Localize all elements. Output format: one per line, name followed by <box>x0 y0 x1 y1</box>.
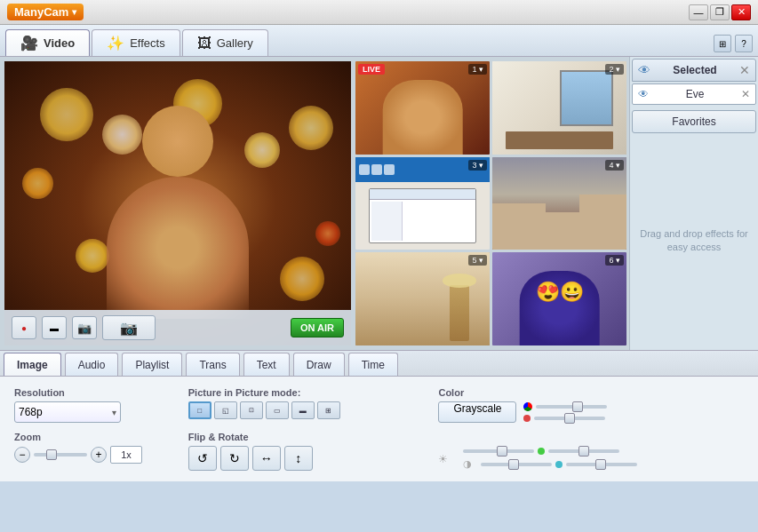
pause-button[interactable]: ▬ <box>42 316 67 339</box>
cam4-number: 4 ▾ <box>605 160 624 171</box>
camera-5-thumb[interactable]: 5 ▾ <box>355 252 490 345</box>
red-dot <box>523 415 531 422</box>
camera-1-thumb[interactable]: LIVE 1 ▾ <box>355 61 490 155</box>
pip-btn-1[interactable]: □ <box>188 401 211 419</box>
btab-image[interactable]: Image <box>4 353 61 376</box>
flip-horizontal-button[interactable]: ↔ <box>252 446 281 471</box>
main-area: ● ▬ 📷 📷 ON AIR LIVE 1 ▾ 2 ▾ <box>0 57 758 350</box>
btab-time[interactable]: Time <box>348 353 398 376</box>
cam1-live-badge: LIVE <box>358 64 385 75</box>
pip-btn-4[interactable]: ▭ <box>266 401 289 419</box>
tabbar-btn-2[interactable]: ? <box>735 35 753 52</box>
main-tabbar: 🎥 Video ✨ Effects 🖼 Gallery ⊞ ? <box>0 25 758 57</box>
eve-eye-icon: 👁 <box>638 88 649 100</box>
cam6-emoji: 😍😀 <box>536 281 584 304</box>
btab-text[interactable]: Text <box>243 353 290 376</box>
zoom-slider[interactable] <box>34 453 87 457</box>
app-logo[interactable]: ManyCam ▾ <box>7 4 84 20</box>
cyan-slider[interactable] <box>566 463 637 466</box>
grayscale-button[interactable]: Grayscale <box>438 401 516 423</box>
rgb-dot <box>523 402 532 411</box>
flip-vertical-button[interactable]: ↕ <box>284 446 313 471</box>
resolution-select[interactable]: 768p ▾ <box>14 401 121 423</box>
restore-button[interactable]: ❐ <box>710 4 730 20</box>
zoom-minus-button[interactable]: − <box>14 447 30 463</box>
brightness-slider[interactable] <box>463 449 534 453</box>
zoom-plus-button[interactable]: + <box>91 447 107 463</box>
contrast-slider[interactable] <box>481 463 552 466</box>
zoom-controls: − + 1x <box>14 446 167 464</box>
green-slider[interactable] <box>548 449 619 453</box>
resolution-dropdown-arrow: ▾ <box>112 408 116 417</box>
bokeh-overlay <box>4 61 351 310</box>
color-label: Color <box>438 387 744 398</box>
rgb-slider[interactable] <box>536 405 607 409</box>
camera-4-thumb[interactable]: 4 ▾ <box>492 157 626 250</box>
flip-label: Flip & Rotate <box>188 432 418 442</box>
rotate-right-button[interactable]: ↻ <box>220 446 249 471</box>
camera-3-thumb[interactable]: 3 ▾ <box>355 157 490 250</box>
tab-video[interactable]: 🎥 Video <box>5 29 90 56</box>
video-tab-icon: 🎥 <box>20 35 38 52</box>
btab-playlist[interactable]: Playlist <box>122 353 182 376</box>
tab-gallery[interactable]: 🖼 Gallery <box>182 29 268 56</box>
green-dot <box>538 448 545 455</box>
sidebar-eye-icon: 👁 <box>638 63 650 77</box>
gallery-tab-icon: 🖼 <box>197 36 211 52</box>
pip-btn-5[interactable]: ▬ <box>291 401 315 419</box>
video-preview: ● ▬ 📷 📷 ON AIR <box>4 61 351 345</box>
capture-button[interactable]: 📷 <box>102 315 156 340</box>
minimize-button[interactable]: — <box>689 4 708 20</box>
resolution-value: 768p <box>19 406 43 418</box>
btab-trans[interactable]: Trans <box>186 353 239 376</box>
close-button[interactable]: ✕ <box>731 4 751 20</box>
sidebar-eve-item[interactable]: 👁 Eve ✕ <box>632 83 756 105</box>
extra-slider-group: ◑ <box>463 448 637 470</box>
camera-2-thumb[interactable]: 2 ▾ <box>492 61 626 155</box>
tab-gallery-label: Gallery <box>217 36 253 50</box>
bottom-tabbar: Image Audio Playlist Trans Text Draw Tim… <box>0 350 758 377</box>
rotate-left-button[interactable]: ↺ <box>188 446 217 471</box>
camera-grid: LIVE 1 ▾ 2 ▾ <box>355 57 629 350</box>
pip-btn-6[interactable]: ⊞ <box>317 401 340 419</box>
cam5-number: 5 ▾ <box>468 255 487 266</box>
brightness-slider-item <box>463 448 637 455</box>
eve-label: Eve <box>686 88 705 100</box>
record-icon: ● <box>21 323 27 333</box>
color-col: Color Grayscale <box>438 387 744 423</box>
btab-draw[interactable]: Draw <box>293 353 345 376</box>
zoom-display: 1x <box>110 446 142 464</box>
pip-btn-3[interactable]: ⊡ <box>240 401 263 419</box>
tab-effects[interactable]: ✨ Effects <box>92 29 180 56</box>
onair-button[interactable]: ON AIR <box>291 318 344 337</box>
contrast-slider-item: ◑ <box>463 458 637 470</box>
settings-panel: Resolution 768p ▾ Picture in Picture mod… <box>0 377 758 481</box>
app-title: ManyCam <box>14 5 68 19</box>
red-slider[interactable] <box>534 417 605 420</box>
effects-tab-icon: ✨ <box>107 35 124 52</box>
record-video-button[interactable]: ● <box>12 316 36 339</box>
extra-sliders-row: ☀ ◑ <box>438 448 744 470</box>
settings-row-1: Resolution 768p ▾ Picture in Picture mod… <box>14 387 744 423</box>
color-slider-red <box>523 415 607 422</box>
sidebar-close-button[interactable]: ✕ <box>739 63 750 77</box>
pip-btn-2[interactable]: ◱ <box>214 401 237 419</box>
cam2-number: 2 ▾ <box>605 64 624 75</box>
eve-remove-button[interactable]: ✕ <box>741 88 750 100</box>
tabbar-right-controls: ⊞ ? <box>714 35 753 56</box>
btab-audio[interactable]: Audio <box>65 353 119 376</box>
zoom-col: Zoom − + 1x <box>14 432 167 464</box>
camera-6-thumb[interactable]: 😍😀 6 ▾ <box>492 252 626 345</box>
color-slider-rgb <box>523 402 607 411</box>
tabbar-btn-1[interactable]: ⊞ <box>714 35 731 52</box>
titlebar: ManyCam ▾ — ❐ ✕ <box>0 0 758 25</box>
sidebar-header: 👁 Selected ✕ <box>632 59 756 82</box>
cam3-number: 3 ▾ <box>468 160 487 171</box>
drag-hint-text: Drag and drop effects for easy access <box>632 133 756 348</box>
cyan-dot <box>555 461 563 468</box>
zoom-label: Zoom <box>14 432 167 442</box>
favorites-button[interactable]: Favorites <box>632 110 756 133</box>
video-controls-bar: ● ▬ 📷 📷 ON AIR <box>4 310 351 345</box>
snapshot-button[interactable]: 📷 <box>72 316 97 339</box>
settings-row-2: Zoom − + 1x Flip & Rotate ↺ ↻ ↔ ↕ ☀ <box>14 432 744 471</box>
